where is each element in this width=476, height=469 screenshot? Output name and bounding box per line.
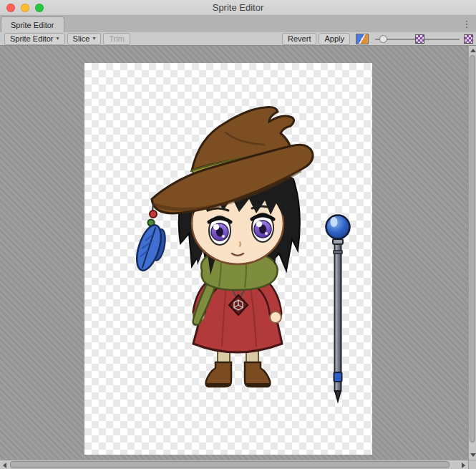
chevron-down-icon: ▾ [57,36,59,42]
tab-bar: Sprite Editor ⋮ [0,16,476,32]
window-title: Sprite Editor [43,0,433,16]
rgb-alpha-toggle-icon[interactable] [356,34,369,44]
close-button[interactable] [6,4,15,12]
mip-checker-icon[interactable] [415,34,424,44]
sprite-canvas[interactable] [0,46,468,460]
scroll-right-icon[interactable] [462,463,465,468]
titlebar: Sprite Editor [0,0,476,16]
workspace [0,46,476,469]
slice-dropdown[interactable]: Slice ▾ [67,33,102,45]
sprite-editor-window: Sprite Editor Sprite Editor ⋮ Sprite Edi… [0,0,476,469]
sprite-editor-mode-dropdown[interactable]: Sprite Editor ▾ [4,33,65,45]
revert-button[interactable]: Revert [282,33,316,45]
vertical-scrollbar[interactable] [468,46,476,460]
witch-character-sprite [132,107,313,387]
tab-sprite-editor[interactable]: Sprite Editor [1,16,64,32]
staff-sprite [326,216,350,402]
trim-button: Trim [103,33,130,45]
apply-button[interactable]: Apply [319,33,350,45]
scroll-left-icon[interactable] [3,463,6,468]
kebab-menu-icon[interactable]: ⋮ [462,17,472,32]
scroll-down-icon[interactable] [470,453,476,457]
traffic-lights [6,4,44,12]
horizontal-scrollbar-thumb[interactable] [10,461,450,468]
texture-area[interactable] [84,63,372,455]
toolbar: Sprite Editor ▾ Slice ▾ Trim Revert Appl… [0,32,476,46]
mip-checker-icon[interactable] [464,34,473,44]
zoom-slider[interactable] [375,34,460,44]
minimize-button[interactable] [21,4,29,12]
vertical-scrollbar-thumb[interactable] [470,55,475,443]
character-sprite-image [84,63,372,455]
zoom-slider-thumb[interactable] [379,35,387,43]
scroll-up-icon[interactable] [470,49,476,52]
scrollbar-corner [468,460,476,469]
tab-label: Sprite Editor [11,21,54,29]
chevron-down-icon: ▾ [92,36,95,42]
horizontal-scrollbar[interactable] [0,460,468,469]
